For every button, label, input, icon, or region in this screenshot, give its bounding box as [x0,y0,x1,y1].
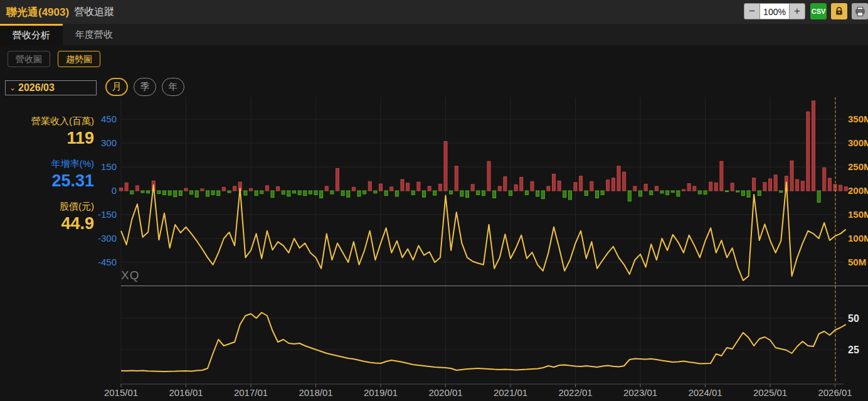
yoy-bar [395,191,398,196]
left-axis-tick: 300 [101,137,117,148]
x-axis-label: 2015/01 [104,387,138,398]
right-axis-tick: 100M [848,233,868,243]
yoy-bar [514,184,517,191]
yoy-bar [758,191,761,196]
yoy-bar [628,191,631,201]
yoy-bar [585,191,588,196]
yoy-bar [325,186,328,191]
yoy-bar [233,186,236,191]
yoy-bar [433,191,437,195]
yoy-bar [444,141,447,191]
yoy-bar [780,191,783,193]
yoy-bar [763,183,766,191]
yoy-bar [157,191,161,194]
revenue-trend-chart: 2015/012016/012017/012018/012019/012020/… [0,0,868,401]
yoy-bar [125,183,128,191]
yoy-bar [190,191,193,195]
yoy-bar [222,187,225,191]
yoy-bar [460,191,463,196]
yoy-bar [141,191,144,193]
yoy-bar [450,191,453,194]
yoy-bar [201,189,204,191]
x-axis-label: 2024/01 [688,387,722,398]
yoy-bar [428,186,431,191]
yoy-bar [184,188,188,191]
yoy-bar [411,191,415,195]
yoy-bar [147,191,150,193]
yoy-bar [482,191,485,196]
yoy-bar [293,191,296,193]
yoy-bar [633,186,637,191]
yoy-bar [336,169,339,191]
yoy-bar [352,187,355,191]
yoy-bar [828,178,831,191]
yoy-bar [455,166,458,191]
yoy-bar [580,176,583,191]
yoy-bar [211,191,214,195]
x-axis-label: 2016/01 [169,387,203,398]
yoy-bar [244,191,247,195]
x-axis-label: 2022/01 [558,387,592,398]
yoy-bar [304,191,307,196]
yoy-bar [541,191,544,199]
yoy-bar [844,187,847,191]
yoy-bar [423,191,426,197]
yoy-bar [601,191,604,195]
yoy-bar [747,191,750,197]
yoy-bar [374,191,377,193]
yoy-bar [493,191,496,198]
yoy-bar [438,184,442,191]
yoy-bar [466,191,469,198]
yoy-bar [574,183,577,191]
yoy-bar [379,184,383,191]
left-axis-tick: -150 [98,209,117,220]
yoy-bar [120,188,123,191]
yoy-bar [714,183,717,191]
yoy-bar [547,186,550,191]
yoy-bar [471,184,474,191]
yoy-bar [590,181,593,191]
yoy-bar [417,182,420,191]
right-axis-tick: 150M [848,209,868,220]
yoy-bar [206,191,209,196]
yoy-bar [553,174,556,191]
yoy-bar [817,191,820,202]
yoy-bar [250,188,253,191]
x-axis-label: 2017/01 [234,387,268,398]
price-axis-tick: 50 [848,313,859,324]
yoy-bar [504,177,507,191]
yoy-bar [309,191,312,194]
yoy-bar [509,191,512,196]
yoy-bar [558,181,561,191]
yoy-bar [363,191,366,194]
yoy-bar [531,181,534,191]
yoy-bar [611,178,615,191]
yoy-bar [135,186,139,191]
yoy-bar [709,182,712,191]
yoy-bar [520,177,523,191]
yoy-bar [644,184,647,191]
yoy-bar [477,191,480,195]
yoy-bar [287,191,290,196]
left-axis-tick: -450 [98,257,117,267]
yoy-bar [807,112,810,191]
price-axis-tick: 25 [848,345,859,355]
yoy-bar [179,191,182,196]
yoy-bar [498,186,501,191]
yoy-bar [260,191,263,194]
yoy-bar [839,185,842,191]
yoy-bar [406,183,410,191]
x-axis-label: 2018/01 [299,387,332,398]
right-axis-tick: 200M [848,185,868,196]
yoy-bar [347,191,350,197]
yoy-bar [265,186,268,191]
x-axis-label: 2023/01 [623,387,657,398]
yoy-bar [568,191,571,200]
yoy-bar [720,161,723,191]
yoy-bar [401,179,404,191]
yoy-bar [801,181,804,191]
yoy-bar [525,191,528,195]
price-line [121,313,846,372]
yoy-bar [698,191,701,194]
x-axis-label: 2019/01 [364,387,398,398]
